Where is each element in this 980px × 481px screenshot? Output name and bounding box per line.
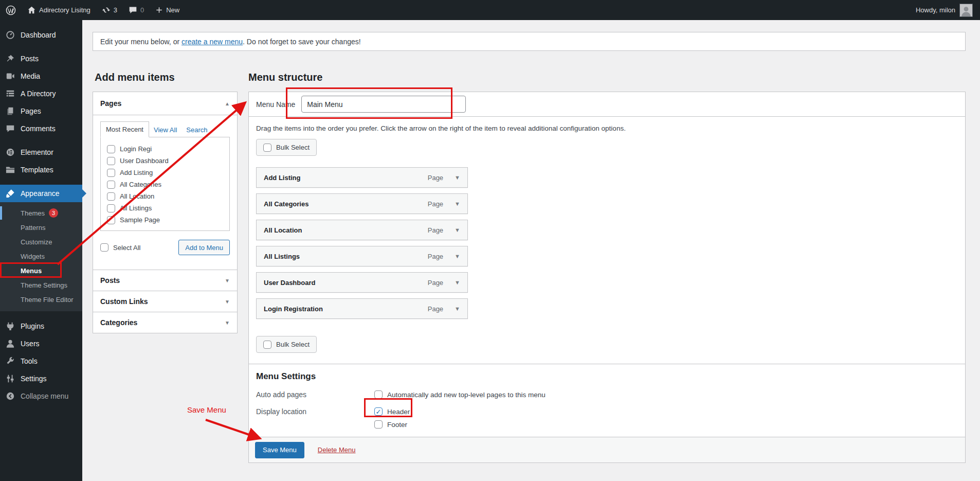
chevron-up-icon[interactable]: ▲ (225, 101, 230, 106)
tab-view-all[interactable]: View All (149, 122, 182, 137)
bulk-select-checkbox[interactable] (263, 341, 271, 349)
menu-settings-title: Menu Settings (256, 371, 958, 382)
submenu-item-theme-settings[interactable]: Theme Settings (0, 278, 82, 292)
item-expand-caret-icon[interactable]: ▼ (455, 174, 460, 181)
submenu-item-customize[interactable]: Customize (0, 235, 82, 249)
menu-items-list: Add Listing Page ▼ All Categories Page ▼… (256, 167, 958, 319)
sidebar-item-templates[interactable]: Templates (0, 161, 82, 179)
list-item: All Listings (107, 202, 223, 214)
custom-links-accordion-header[interactable]: Custom Links ▼ (93, 291, 238, 312)
site-menu[interactable]: Adirectory Lisitng (22, 0, 96, 20)
edit-menu-notice: Edit your menu below, or create a new me… (93, 32, 966, 51)
submenu-item-widgets[interactable]: Widgets (0, 249, 82, 263)
bulk-select-top[interactable]: Bulk Select (256, 139, 317, 156)
menu-item-user-dashboard[interactable]: User Dashboard Page ▼ (256, 272, 468, 293)
site-name: Adirectory Lisitng (39, 6, 90, 14)
page-checkbox[interactable] (107, 216, 115, 224)
sidebar-item-comments[interactable]: Comments (0, 120, 82, 137)
item-expand-caret-icon[interactable]: ▼ (455, 227, 460, 233)
settings-divider (249, 364, 965, 364)
footer-location-checkbox[interactable] (374, 420, 383, 429)
menu-name-input[interactable] (301, 96, 466, 113)
sidebar-item-plugins[interactable]: Plugins (0, 317, 82, 335)
sidebar-item-media[interactable]: Media (0, 67, 82, 85)
page-checkbox[interactable] (107, 157, 115, 165)
pages-tabs: Most Recent View All Search (100, 121, 230, 137)
pages-accordion-body: Most Recent View All Search Login Regi U… (93, 115, 237, 255)
sidebar-item-appearance[interactable]: Appearance (0, 185, 82, 202)
sidebar-item-pages[interactable]: Pages (0, 102, 82, 120)
comments-menu[interactable]: 0 (123, 0, 150, 20)
add-to-menu-button[interactable]: Add to Menu (178, 240, 230, 255)
save-menu-button[interactable]: Save Menu (255, 442, 304, 458)
list-item: Add Listing (107, 167, 223, 179)
sidebar-item-settings[interactable]: Settings (0, 370, 82, 387)
create-new-menu-link[interactable]: create a new menu (182, 38, 243, 46)
auto-add-pages-checkbox[interactable] (374, 390, 383, 399)
sidebar-item-dashboard[interactable]: Dashboard (0, 26, 82, 44)
sidebar-item-posts[interactable]: Posts (0, 50, 82, 67)
tab-most-recent[interactable]: Most Recent (100, 121, 149, 137)
page-checkbox[interactable] (107, 145, 115, 153)
menu-name-label: Menu Name (256, 100, 295, 109)
item-expand-caret-icon[interactable]: ▼ (455, 306, 460, 312)
item-expand-caret-icon[interactable]: ▼ (455, 201, 460, 207)
menu-item-login-registration[interactable]: Login Registration Page ▼ (256, 298, 468, 319)
select-all-label: Select All (113, 244, 140, 252)
item-expand-caret-icon[interactable]: ▼ (455, 253, 460, 259)
pages-icon (5, 106, 15, 116)
comments-count: 0 (140, 6, 144, 14)
menu-item-all-location[interactable]: All Location Page ▼ (256, 220, 468, 240)
wordpress-logo-menu[interactable] (0, 0, 22, 20)
dashboard-icon (5, 30, 15, 40)
select-all-checkbox[interactable] (100, 243, 108, 252)
page-checkbox[interactable] (107, 181, 115, 189)
collapse-menu-button[interactable]: Collapse menu (0, 387, 82, 405)
bulk-select-checkbox[interactable] (263, 144, 271, 152)
drag-instruction: Drag the items into the order you prefer… (256, 124, 958, 132)
submenu-item-patterns[interactable]: Patterns (0, 220, 82, 235)
sidebar-item-users[interactable]: Users (0, 335, 82, 352)
page-checkbox[interactable] (107, 169, 115, 177)
list-icon (5, 89, 15, 98)
page-checkbox[interactable] (107, 192, 115, 201)
chevron-down-icon[interactable]: ▼ (225, 278, 230, 283)
sidebar-item-a-directory[interactable]: A Directory (0, 85, 82, 102)
themes-update-badge: 3 (49, 208, 58, 218)
pages-accordion-header[interactable]: Pages ▲ (93, 92, 237, 115)
updates-count: 3 (114, 6, 117, 14)
howdy-text[interactable]: Howdy, milon (916, 6, 955, 14)
page-checkbox[interactable] (107, 204, 115, 212)
sidebar-item-tools[interactable]: Tools (0, 352, 82, 370)
menu-item-all-listings[interactable]: All Listings Page ▼ (256, 246, 468, 266)
item-expand-caret-icon[interactable]: ▼ (455, 279, 460, 286)
admin-sidebar: Dashboard Posts Media A Directory Pages … (0, 20, 82, 481)
new-content-menu[interactable]: New (150, 0, 185, 20)
header-location-label: Header (387, 408, 410, 416)
chevron-down-icon[interactable]: ▼ (225, 299, 230, 305)
bulk-select-bottom[interactable]: Bulk Select (256, 336, 317, 353)
menu-item-all-categories[interactable]: All Categories Page ▼ (256, 193, 468, 214)
avatar[interactable] (959, 4, 973, 17)
most-recent-pages-list: Login Regi User Dashboard Add Listing Al… (100, 137, 230, 231)
comment-icon (129, 6, 137, 14)
submenu-item-menus[interactable]: Menus (0, 263, 82, 278)
collapse-arrow-icon (5, 391, 15, 401)
submenu-item-theme-file-editor[interactable]: Theme File Editor (0, 292, 82, 307)
display-location-label: Display location (256, 407, 374, 429)
plug-icon (5, 322, 15, 331)
user-icon (5, 339, 15, 348)
menu-item-add-listing[interactable]: Add Listing Page ▼ (256, 167, 468, 188)
posts-accordion-header[interactable]: Posts ▼ (93, 270, 238, 291)
header-location-checkbox[interactable] (374, 407, 383, 416)
add-menu-items-panel: Pages ▲ Most Recent View All Search Logi… (93, 92, 238, 333)
sidebar-item-elementor[interactable]: Elementor (0, 144, 82, 161)
active-menu-arrow (82, 189, 86, 198)
list-item: Sample Page (107, 214, 223, 226)
categories-accordion-header[interactable]: Categories ▼ (93, 312, 238, 333)
delete-menu-link[interactable]: Delete Menu (318, 446, 356, 454)
chevron-down-icon[interactable]: ▼ (225, 320, 230, 326)
tab-search[interactable]: Search (182, 122, 212, 137)
updates-menu[interactable]: 3 (96, 0, 123, 20)
submenu-item-themes[interactable]: Themes 3 (0, 206, 82, 220)
